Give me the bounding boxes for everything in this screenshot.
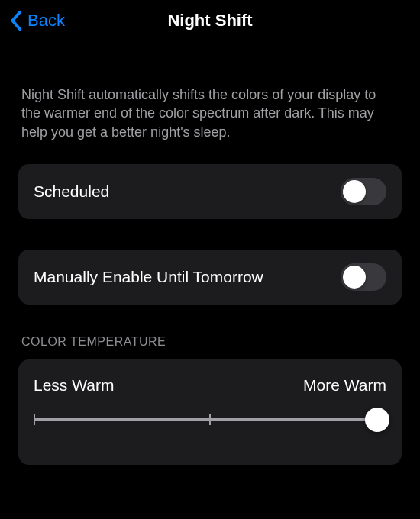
navigation-bar: Back Night Shift [0,0,420,41]
feature-description: Night Shift automatically shifts the col… [18,85,402,141]
page-title: Night Shift [167,11,252,31]
scheduled-toggle[interactable] [341,178,386,205]
back-button[interactable]: Back [9,10,65,31]
manual-enable-toggle[interactable] [341,263,386,291]
manual-enable-row[interactable]: Manually Enable Until Tomorrow [18,250,402,305]
slider-track [34,418,386,421]
slider-tick [209,414,211,425]
toggle-thumb [343,266,366,289]
color-temperature-header: COLOR TEMPERATURE [18,335,402,349]
manual-enable-label: Manually Enable Until Tomorrow [34,268,263,286]
toggle-thumb [343,180,366,203]
scheduled-label: Scheduled [34,182,109,201]
slider-min-label: Less Warm [34,376,114,395]
slider-tick [34,414,35,425]
chevron-left-icon [9,10,22,31]
color-temperature-slider[interactable] [34,408,386,431]
slider-thumb[interactable] [365,408,389,432]
scheduled-row[interactable]: Scheduled [18,164,402,219]
slider-max-label: More Warm [303,376,386,395]
color-temperature-card: Less Warm More Warm [18,359,402,465]
back-label: Back [27,11,65,31]
